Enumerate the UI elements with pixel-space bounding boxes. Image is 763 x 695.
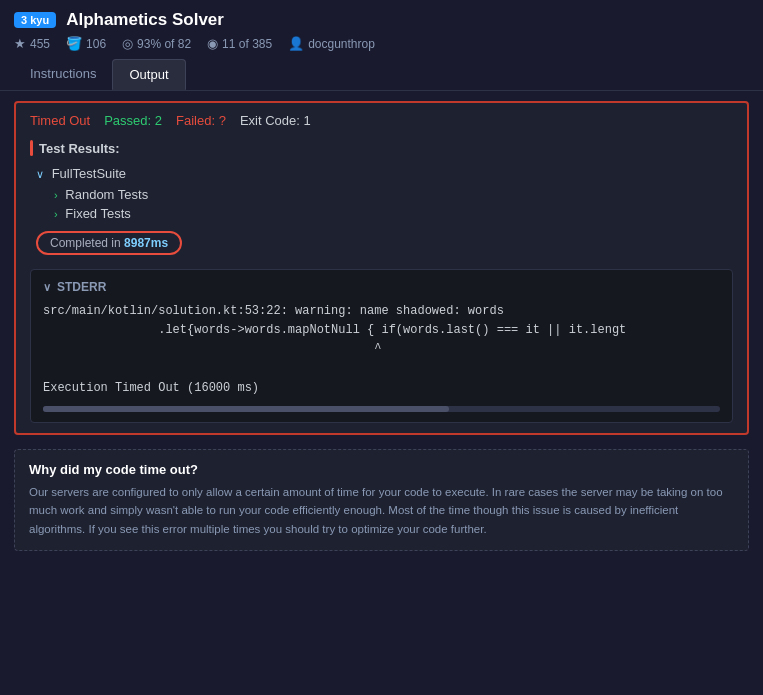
fork-icon: 🪣 [66,36,82,51]
stars-meta: ★ 455 [14,36,50,51]
solutions-meta: ◉ 11 of 385 [207,36,272,51]
timeout-box-text: Our servers are configured to only allow… [29,483,734,538]
status-exit: Exit Code: 1 [240,113,311,128]
stderr-scrollbar[interactable] [43,406,720,412]
tabs-bar: Instructions Output [0,59,763,91]
suite-child-random[interactable]: › Random Tests [54,187,733,202]
stderr-chevron-icon: ∨ [43,281,51,294]
suite-child-fixed[interactable]: › Fixed Tests [54,206,733,221]
output-panel: Timed Out Passed: 2 Failed: ? Exit Code:… [14,101,749,435]
timeout-box-title: Why did my code time out? [29,462,734,477]
completion-value: 93% of 82 [137,37,191,51]
suite-label: FullTestSuite [52,166,126,181]
chevron-right-icon: › [54,189,58,201]
passed-value: 2 [155,113,162,128]
random-tests-label: Random Tests [65,187,148,202]
completed-badge: Completed in 8987ms [36,231,182,255]
forks-meta: 🪣 106 [66,36,106,51]
status-failed: Failed: ? [176,113,226,128]
user-meta: 👤 docgunthrop [288,36,375,51]
test-results-text: Test Results: [39,141,120,156]
exit-label: Exit Code: [240,113,300,128]
completed-time: 8987ms [124,236,168,250]
meta-row: ★ 455 🪣 106 ◎ 93% of 82 ◉ 11 of 385 👤 do… [14,36,749,59]
star-icon: ★ [14,36,26,51]
main-content: Timed Out Passed: 2 Failed: ? Exit Code:… [0,101,763,565]
tab-instructions[interactable]: Instructions [14,59,112,90]
fixed-tests-label: Fixed Tests [65,206,131,221]
status-passed: Passed: 2 [104,113,162,128]
status-timeout: Timed Out [30,113,90,128]
failed-label: Failed: [176,113,215,128]
failed-value: ? [219,113,226,128]
stars-count: 455 [30,37,50,51]
user-icon: 👤 [288,36,304,51]
forks-count: 106 [86,37,106,51]
solutions-value: 11 of 385 [222,37,272,51]
stderr-box: ∨ STDERR src/main/kotlin/solution.kt:53:… [30,269,733,423]
passed-label: Passed: [104,113,151,128]
completed-row: Completed in 8987ms [36,231,733,255]
completion-meta: ◎ 93% of 82 [122,36,191,51]
status-bar: Timed Out Passed: 2 Failed: ? Exit Code:… [30,113,733,128]
test-results-label: Test Results: [30,140,733,156]
chevron-down-icon: ∨ [36,168,44,180]
solutions-icon: ◉ [207,36,218,51]
stderr-code: src/main/kotlin/solution.kt:53:22: warni… [43,302,720,398]
stderr-scroll-thumb[interactable] [43,406,449,412]
suite-name[interactable]: ∨ FullTestSuite [36,166,733,181]
kyu-badge: 3 kyu [14,12,56,28]
username: docgunthrop [308,37,375,51]
kata-title: Alphametics Solver [66,10,224,30]
suite-children: › Random Tests › Fixed Tests [54,187,733,221]
suite-tree: ∨ FullTestSuite › Random Tests › Fixed T… [36,166,733,221]
stderr-title: STDERR [57,280,106,294]
header: 3 kyu Alphametics Solver ★ 455 🪣 106 ◎ 9… [0,0,763,59]
timeout-explainer-box: Why did my code time out? Our servers ar… [14,449,749,551]
accent-bar [30,140,33,156]
completed-prefix: Completed in [50,236,124,250]
title-row: 3 kyu Alphametics Solver [14,10,749,30]
chevron-right-icon-2: › [54,208,58,220]
completion-icon: ◎ [122,36,133,51]
exit-value: 1 [304,113,311,128]
stderr-label: ∨ STDERR [43,280,720,294]
tab-output[interactable]: Output [112,59,185,90]
